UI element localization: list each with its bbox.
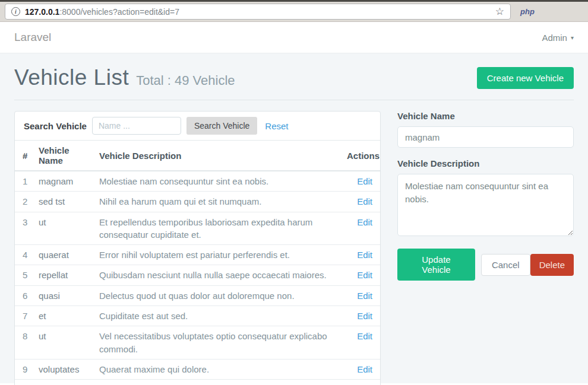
table-row: 8 ut Vel necessitatibus voluptates optio… [15, 326, 380, 359]
edit-link[interactable]: Edit [357, 270, 372, 280]
brand-link[interactable]: Laravel [14, 31, 51, 44]
browser-toolbar: i 127.0.0.1:8000/vehicles?action=edit&id… [0, 0, 588, 22]
bookmark-item-php[interactable]: php [520, 7, 535, 16]
row-index: 2 [15, 192, 34, 212]
page-header: Vehicle List Total : 49 Vehicle Create n… [14, 53, 574, 90]
row-index: 4 [15, 245, 34, 265]
vehicle-name-cell: repellat [34, 265, 94, 285]
vehicle-name-cell: et [34, 306, 94, 326]
table-row: 9 voluptates Quaerat maxime qui dolore. … [15, 359, 380, 379]
row-index: 5 [15, 265, 34, 285]
row-index: 3 [15, 212, 34, 245]
edit-link[interactable]: Edit [357, 217, 372, 227]
vehicle-list-card: Search Vehicle Search Vehicle Reset # Ve… [14, 111, 381, 385]
row-index: 1 [15, 171, 34, 192]
row-index: 10 [15, 380, 34, 385]
admin-dropdown[interactable]: Admin ▾ [542, 33, 574, 43]
column-header-index: # [15, 141, 34, 171]
vehicle-name-cell: eum [34, 380, 94, 385]
column-header-actions: Actions [342, 141, 380, 171]
url-bar[interactable]: i 127.0.0.1:8000/vehicles?action=edit&id… [5, 4, 511, 20]
vehicle-table-body: 1 magnam Molestiae nam consequuntur sint… [15, 171, 380, 385]
vehicle-description-cell: Error dolore sint autem harum reprehende… [94, 380, 342, 385]
url-text: 127.0.0.1:8000/vehicles?action=edit&id=7 [25, 7, 179, 17]
vehicle-name-cell: voluptates [34, 359, 94, 379]
update-vehicle-button[interactable]: Update Vehicle [397, 249, 475, 281]
vehicle-description-cell: Delectus quod ut quas dolor aut doloremq… [94, 285, 342, 306]
create-vehicle-button[interactable]: Create new Vehicle [477, 67, 574, 89]
chevron-down-icon: ▾ [571, 34, 574, 41]
vehicle-name-input[interactable] [397, 126, 574, 148]
vehicle-name-cell: magnam [34, 171, 94, 192]
vehicle-name-cell: sed tst [34, 192, 94, 212]
vehicle-description-cell: Molestiae nam consequuntur sint ea nobis… [94, 171, 342, 192]
vehicle-description-cell: Nihil ea harum quam qui et sit numquam. [94, 192, 342, 212]
search-input[interactable] [92, 117, 181, 135]
table-row: 6 quasi Delectus quod ut quas dolor aut … [15, 285, 380, 306]
table-row: 7 et Cupiditate est aut sed. Edit [15, 306, 380, 326]
column-header-name: Vehicle Name [34, 141, 94, 171]
search-button[interactable]: Search Vehicle [186, 117, 257, 135]
vehicle-name-cell: quasi [34, 285, 94, 306]
row-index: 9 [15, 359, 34, 379]
page-info-icon[interactable]: i [11, 7, 20, 16]
edit-link[interactable]: Edit [357, 311, 372, 321]
column-header-description: Vehicle Description [94, 141, 342, 171]
table-row: 2 sed tst Nihil ea harum quam qui et sit… [15, 192, 380, 212]
search-form: Search Vehicle Search Vehicle Reset [15, 112, 380, 141]
page-content: Vehicle List Total : 49 Vehicle Create n… [0, 53, 588, 383]
delete-button[interactable]: Delete [530, 254, 574, 276]
vehicle-name-cell: ut [34, 212, 94, 245]
url-path: :8000/vehicles?action=edit&id=7 [59, 7, 179, 17]
vehicle-name-label: Vehicle Name [397, 111, 574, 121]
url-host: 127.0.0.1 [25, 7, 59, 17]
row-index: 6 [15, 285, 34, 306]
edit-link[interactable]: Edit [357, 176, 372, 186]
vehicle-description-cell: Et repellendus temporibus laboriosam exp… [94, 212, 342, 245]
cancel-button[interactable]: Cancel [481, 254, 530, 276]
vehicle-description-label: Vehicle Description [397, 158, 574, 168]
table-row: 10 eum Error dolore sint autem harum rep… [15, 380, 380, 385]
bookmark-star-icon[interactable]: ☆ [495, 7, 504, 17]
edit-link[interactable]: Edit [357, 250, 372, 260]
vehicle-description-cell: Cupiditate est aut sed. [94, 306, 342, 326]
edit-link[interactable]: Edit [357, 364, 372, 374]
edit-link[interactable]: Edit [357, 331, 372, 341]
table-header-row: # Vehicle Name Vehicle Description Actio… [15, 141, 380, 171]
row-index: 7 [15, 306, 34, 326]
total-count-label: Total : 49 Vehicle [136, 73, 235, 88]
vehicle-description-cell: Quaerat maxime qui dolore. [94, 359, 342, 379]
vehicle-description-cell: Error nihil voluptatem est pariatur perf… [94, 245, 342, 265]
reset-link[interactable]: Reset [265, 121, 288, 131]
table-row: 1 magnam Molestiae nam consequuntur sint… [15, 171, 380, 192]
title-wrap: Vehicle List Total : 49 Vehicle [14, 65, 235, 90]
vehicle-name-cell: quaerat [34, 245, 94, 265]
app-navbar: Laravel Admin ▾ [0, 22, 588, 53]
table-row: 5 repellat Quibusdam nesciunt nulla null… [15, 265, 380, 285]
search-label: Search Vehicle [24, 121, 87, 131]
header-divider [14, 100, 574, 100]
table-row: 4 quaerat Error nihil voluptatem est par… [15, 245, 380, 265]
edit-vehicle-form: Vehicle Name Vehicle Description Molesti… [397, 111, 574, 281]
vehicle-name-cell: ut [34, 326, 94, 359]
vehicle-description-textarea[interactable]: Molestiae nam consequuntur sint ea nobis… [397, 174, 574, 236]
row-index: 8 [15, 326, 34, 359]
vehicle-description-cell: Vel necessitatibus voluptates optio cons… [94, 326, 342, 359]
edit-link[interactable]: Edit [357, 196, 372, 206]
form-buttons: Update Vehicle Cancel Delete [397, 249, 574, 281]
page-title: Vehicle List [14, 65, 129, 90]
edit-link[interactable]: Edit [357, 291, 372, 301]
vehicle-description-cell: Quibusdam nesciunt nulla nulla saepe occ… [94, 265, 342, 285]
table-row: 3 ut Et repellendus temporibus laboriosa… [15, 212, 380, 245]
admin-dropdown-label: Admin [542, 33, 567, 43]
vehicle-table: # Vehicle Name Vehicle Description Actio… [15, 141, 380, 385]
